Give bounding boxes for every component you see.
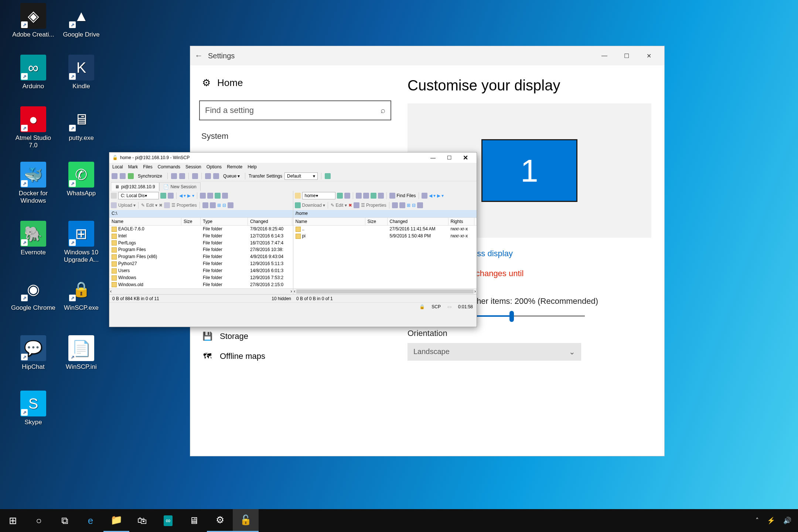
menu-local[interactable]: Local: [112, 164, 123, 169]
icon[interactable]: [160, 193, 166, 199]
icon[interactable]: [200, 193, 206, 199]
tray-up-icon[interactable]: ˄: [756, 516, 759, 525]
close-button[interactable]: ✕: [638, 47, 660, 65]
settings-search[interactable]: Find a setting ⌕: [199, 100, 391, 120]
minimize-button[interactable]: —: [593, 47, 615, 65]
icon[interactable]: [192, 173, 198, 179]
volume-icon[interactable]: 🔊: [783, 516, 791, 525]
queue-button[interactable]: Queue ▾: [221, 173, 242, 179]
icon[interactable]: [210, 202, 216, 208]
drive-icon[interactable]: [111, 193, 117, 199]
desktop-icon[interactable]: 💬HipChat: [11, 335, 55, 371]
gear-icon[interactable]: [205, 173, 211, 179]
icon[interactable]: [354, 202, 359, 208]
desktop-icon[interactable]: ⊞Windows 10 Upgrade A...: [59, 221, 103, 264]
putty-taskbar[interactable]: 🖥: [181, 509, 207, 532]
file-row[interactable]: PerfLogsFile folder16/7/2016 7:47:4: [109, 240, 293, 247]
cortana-button[interactable]: ○: [26, 509, 52, 532]
desktop-icon[interactable]: ◉Google Chrome: [11, 276, 55, 312]
file-row[interactable]: ..27/5/2016 11:41:54 AMrwxr-xr-x: [293, 226, 477, 233]
transfer-settings-combo[interactable]: Default▾: [284, 172, 318, 180]
icon[interactable]: [112, 173, 117, 179]
delete-icon[interactable]: ✖: [159, 203, 163, 208]
desktop-icon[interactable]: 🐳Docker for Windows: [11, 162, 55, 205]
column-header[interactable]: Size: [365, 218, 388, 225]
winscp-titlebar[interactable]: 🔓 home - pi@192.168.10.9 - WinSCP — ☐ ✕: [109, 152, 477, 163]
file-row[interactable]: EAGLE-7.6.0File folder7/9/2016 8:25:40: [109, 226, 293, 233]
home-icon[interactable]: [371, 193, 376, 199]
orientation-dropdown[interactable]: Landscape ⌄: [407, 343, 581, 361]
power-icon[interactable]: ⚡: [767, 516, 775, 525]
desktop-icon[interactable]: 🖥putty.exe: [59, 106, 103, 142]
icon[interactable]: [171, 173, 177, 179]
column-header[interactable]: Rights: [449, 218, 474, 225]
nav-item[interactable]: 💾Storage: [199, 326, 396, 346]
menu-options[interactable]: Options: [207, 164, 222, 169]
properties-button[interactable]: ☰ Properties: [361, 203, 386, 208]
forward-icon[interactable]: ▶ ▾: [187, 193, 194, 198]
store-button[interactable]: 🛍: [129, 509, 155, 532]
icon[interactable]: [356, 193, 362, 199]
home-row[interactable]: ⚙ Home: [199, 77, 396, 89]
remote-path[interactable]: /home: [293, 210, 477, 217]
icon[interactable]: [363, 193, 369, 199]
file-row[interactable]: IntelFile folder12/7/2016 6:14:3: [109, 233, 293, 240]
menu-help[interactable]: Help: [248, 164, 257, 169]
desktop-icon[interactable]: ✆WhatsApp: [59, 162, 103, 197]
column-header[interactable]: Changed: [248, 218, 292, 225]
file-row[interactable]: WindowsFile folder12/9/2016 7:53:2: [109, 274, 293, 281]
icon[interactable]: [179, 173, 185, 179]
maximize-button[interactable]: ☐: [615, 47, 638, 65]
column-header[interactable]: Type: [201, 218, 248, 225]
desktop-icon[interactable]: ∞Arduino: [11, 55, 55, 90]
back-icon[interactable]: ◀ ▾: [179, 193, 186, 198]
menu-session[interactable]: Session: [185, 164, 201, 169]
local-path[interactable]: C:\: [109, 210, 293, 217]
icon[interactable]: [417, 202, 423, 208]
icon[interactable]: [325, 173, 331, 179]
column-header[interactable]: Name: [109, 218, 181, 225]
edge-button[interactable]: e: [78, 509, 103, 532]
maximize-button[interactable]: ☐: [441, 153, 457, 162]
desktop-icon[interactable]: 🔒WinSCP.exe: [59, 276, 103, 312]
plus-icon[interactable]: ⊞: [407, 203, 410, 208]
column-header[interactable]: Name: [293, 218, 365, 225]
system-tray[interactable]: ˄ ⚡ 🔊: [756, 516, 798, 525]
remote-filelist[interactable]: ..27/5/2016 11:41:54 AMrwxr-xr-xpi5/9/20…: [293, 226, 477, 288]
remote-scrollbar[interactable]: ‹›: [293, 288, 477, 294]
delete-icon[interactable]: ✖: [348, 203, 352, 208]
refresh-icon[interactable]: [378, 193, 384, 199]
settings-titlebar[interactable]: ← Settings — ☐ ✕: [190, 46, 664, 65]
sync-icon[interactable]: [128, 173, 134, 179]
settings-taskbar[interactable]: ⚙: [207, 509, 233, 532]
icon[interactable]: [222, 193, 228, 199]
desktop-icon[interactable]: ▲Google Drive: [59, 3, 103, 38]
remote-columns[interactable]: NameSizeChangedRights: [293, 217, 477, 226]
column-header[interactable]: Size: [181, 218, 201, 225]
download-button[interactable]: Download ▾: [302, 203, 325, 208]
icon[interactable]: [207, 193, 213, 199]
download-icon[interactable]: [295, 202, 301, 208]
column-header[interactable]: Changed: [388, 218, 449, 225]
close-button[interactable]: ✕: [457, 153, 474, 162]
icon[interactable]: [164, 202, 170, 208]
local-drive-combo[interactable]: C: Local Dis ▾: [118, 192, 159, 199]
icon[interactable]: [422, 193, 427, 199]
plus-icon[interactable]: ⊞: [217, 203, 221, 208]
forward-icon[interactable]: ▶ ▾: [437, 193, 444, 198]
desktop-icon[interactable]: ●Atmel Studio 7.0: [11, 106, 55, 149]
icon[interactable]: [228, 202, 233, 208]
edit-button[interactable]: ✎ Edit ▾: [331, 203, 347, 208]
icon[interactable]: [344, 193, 350, 199]
file-row[interactable]: Windows.oldFile folder27/8/2016 2:15:0: [109, 281, 293, 288]
local-scrollbar[interactable]: ‹›: [109, 288, 293, 294]
file-row[interactable]: Python27File folder12/9/2016 5:11:3: [109, 260, 293, 267]
synchronize-button[interactable]: Synchronize: [136, 173, 164, 179]
icon[interactable]: [399, 202, 405, 208]
file-row[interactable]: Program FilesFile folder27/8/2016 10:38:: [109, 246, 293, 253]
slider-thumb[interactable]: [509, 311, 514, 322]
minus-icon[interactable]: ⊟: [412, 203, 416, 208]
file-row[interactable]: Program Files (x86)File folder4/9/2016 9…: [109, 253, 293, 260]
nav-item[interactable]: 🗺Offline maps: [199, 346, 396, 366]
icon[interactable]: [337, 193, 343, 199]
